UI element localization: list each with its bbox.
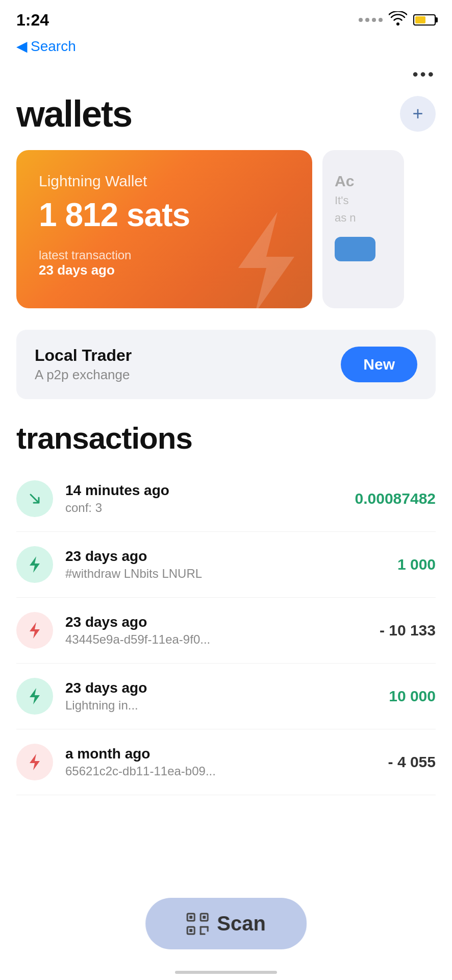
back-arrow-icon: ◀ xyxy=(16,38,28,55)
table-row[interactable]: 23 days ago Lightning in... 10 000 xyxy=(16,664,436,729)
wallet-name: Lightning Wallet xyxy=(39,173,290,190)
tx-desc: conf: 3 xyxy=(65,501,343,515)
tx-time: 23 days ago xyxy=(65,680,376,696)
svg-rect-3 xyxy=(189,916,192,919)
tx-amount: 1 000 xyxy=(397,556,436,573)
tx-amount: 10 000 xyxy=(389,688,436,705)
page-title: wallets xyxy=(16,93,132,135)
tx-desc: Lightning in... xyxy=(65,698,376,713)
tx-details: 23 days ago #withdraw LNbits LNURL xyxy=(65,548,385,581)
scan-label: Scan xyxy=(217,912,266,935)
tx-details: 23 days ago Lightning in... xyxy=(65,680,376,713)
tx-time: a month ago xyxy=(65,746,376,762)
back-label: Search xyxy=(31,38,76,55)
more-button[interactable]: ••• xyxy=(412,65,436,84)
next-card-title: Ac xyxy=(335,173,392,190)
tx-icon-incoming-btc xyxy=(16,480,53,517)
tx-desc: #withdraw LNbits LNURL xyxy=(65,567,385,581)
tx-icon-incoming-lightning xyxy=(16,546,53,583)
tx-desc: 43445e9a-d59f-11ea-9f0... xyxy=(65,632,367,647)
tx-amount: 0.00087482 xyxy=(355,490,436,507)
tx-details: a month ago 65621c2c-db11-11ea-b09... xyxy=(65,746,376,778)
scan-icon xyxy=(186,913,209,935)
tx-amount: - 4 055 xyxy=(388,753,436,771)
local-trader-info: Local Trader A p2p exchange xyxy=(35,346,132,383)
add-wallet-button[interactable]: + xyxy=(400,96,436,132)
table-row[interactable]: a month ago 65621c2c-db11-11ea-b09... - … xyxy=(16,729,436,795)
back-button[interactable]: ◀ Search xyxy=(16,38,76,55)
next-card-desc2: as n xyxy=(335,211,392,225)
local-trader-title: Local Trader xyxy=(35,346,132,365)
next-wallet-card[interactable]: Ac It's as n xyxy=(322,150,404,308)
more-menu: ••• xyxy=(0,61,452,88)
next-card-button[interactable] xyxy=(335,237,375,261)
wallet-carousel: Lightning Wallet 1 812 sats latest trans… xyxy=(0,145,452,313)
tx-details: 14 minutes ago conf: 3 xyxy=(65,482,343,515)
nav-bar: ◀ Search xyxy=(0,36,452,61)
status-icons xyxy=(359,11,436,29)
local-trader-subtitle: A p2p exchange xyxy=(35,367,132,383)
status-bar: 1:24 xyxy=(0,0,452,36)
tx-time: 14 minutes ago xyxy=(65,482,343,499)
transactions-section: transactions 14 minutes ago conf: 3 0.00… xyxy=(0,415,452,897)
scan-button[interactable]: Scan xyxy=(145,898,307,949)
tx-desc: 65621c2c-db11-11ea-b09... xyxy=(65,764,376,778)
tx-icon-outgoing-lightning xyxy=(16,612,53,649)
local-trader-new-button[interactable]: New xyxy=(341,347,417,382)
transactions-title: transactions xyxy=(16,421,436,456)
tx-details: 23 days ago 43445e9a-d59f-11ea-9f0... xyxy=(65,614,367,647)
tx-icon-incoming-lightning2 xyxy=(16,678,53,715)
status-time: 1:24 xyxy=(16,11,49,30)
next-card-desc1: It's xyxy=(335,194,392,207)
signal-dots xyxy=(359,18,383,22)
tx-amount: - 10 133 xyxy=(380,622,436,639)
table-row[interactable]: 14 minutes ago conf: 3 0.00087482 xyxy=(16,466,436,532)
local-trader-section: Local Trader A p2p exchange New xyxy=(16,330,436,399)
scan-button-container: Scan xyxy=(145,898,307,949)
svg-rect-5 xyxy=(189,929,192,932)
tx-time: 23 days ago xyxy=(65,548,385,565)
lightning-bg-icon xyxy=(210,206,312,308)
home-indicator xyxy=(175,971,277,974)
battery-icon xyxy=(413,14,436,26)
wifi-icon xyxy=(389,11,407,29)
table-row[interactable]: 23 days ago 43445e9a-d59f-11ea-9f0... - … xyxy=(16,598,436,664)
svg-rect-4 xyxy=(203,916,206,919)
table-row[interactable]: 23 days ago #withdraw LNbits LNURL 1 000 xyxy=(16,532,436,598)
tx-icon-outgoing-lightning2 xyxy=(16,744,53,780)
page-header: wallets + xyxy=(0,88,452,145)
tx-time: 23 days ago xyxy=(65,614,367,630)
lightning-wallet-card[interactable]: Lightning Wallet 1 812 sats latest trans… xyxy=(16,150,312,308)
